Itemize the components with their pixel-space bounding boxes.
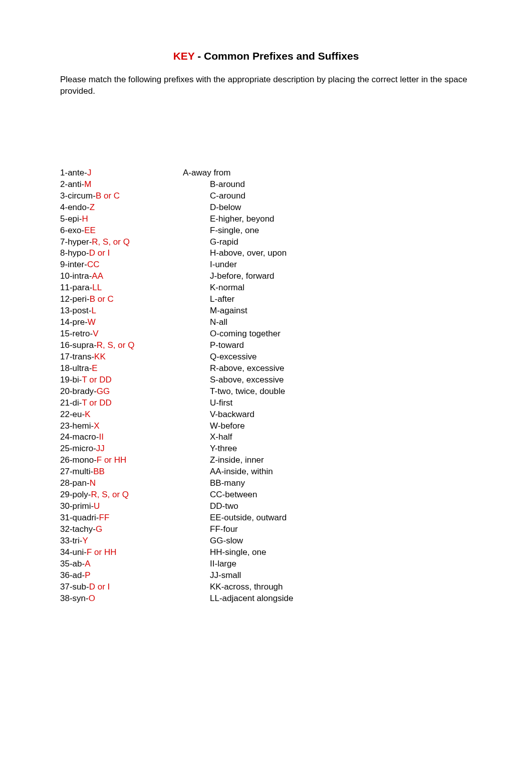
definition-row: H-above, over, upon [210, 248, 472, 259]
definition-text: around [218, 179, 245, 189]
prefix-answer: B or C [96, 191, 120, 201]
prefix-text: macro [73, 432, 96, 442]
prefix-label: 17-trans- [60, 352, 94, 361]
definition-text: coming together [219, 329, 281, 338]
prefix-answer: E [92, 363, 97, 373]
prefix-label: 3-circum- [60, 191, 96, 201]
prefix-text: retro [73, 329, 90, 338]
definition-row: O-coming together [210, 328, 472, 340]
prefix-row: 3-circum-B or C [60, 190, 183, 202]
prefix-text: pre [73, 317, 85, 327]
definition-row: Z-inside, inner [210, 455, 472, 466]
definition-text: half [218, 432, 232, 442]
definition-letter: J [210, 271, 214, 281]
prefix-row: 14-pre-W [60, 317, 183, 328]
definition-text: away from [191, 168, 230, 177]
prefix-number: 3 [60, 191, 65, 201]
prefix-row: 11-para-LL [60, 282, 183, 294]
prefix-label: 16-supra- [60, 340, 97, 350]
prefix-number: 8 [60, 248, 65, 258]
prefix-text: exo [68, 226, 81, 235]
prefix-answer: EE [84, 226, 96, 235]
definition-row: D-below [210, 202, 472, 214]
prefix-row: 29-poly-R, S, or Q [60, 489, 183, 501]
prefix-answer: LL [92, 283, 102, 292]
prefix-number: 4 [60, 203, 65, 212]
definition-row: G-rapid [210, 237, 472, 248]
prefix-answer: A [85, 559, 90, 568]
prefix-row: 21-di-T or DD [60, 398, 183, 409]
prefix-label: 27-multi- [60, 467, 93, 476]
definition-letter: EE [210, 513, 221, 522]
definition-text: two, twice, double [217, 386, 285, 396]
prefix-row: 17-trans-KK [60, 351, 183, 363]
definition-text: before, forward [217, 271, 274, 281]
prefix-answer: H [82, 214, 88, 224]
prefix-text: post [73, 306, 89, 315]
prefix-label: 12-peri- [60, 294, 90, 304]
definition-row: P-toward [210, 340, 472, 351]
definition-letter: T [210, 386, 214, 396]
prefix-number: 16 [60, 340, 70, 350]
prefix-row: 22-eu-K [60, 409, 183, 421]
definition-text: adjacent alongside [222, 594, 294, 603]
prefix-row: 24-macro-II [60, 432, 183, 443]
definition-letter: W [210, 421, 218, 431]
prefix-text: poly [73, 490, 88, 499]
prefix-answer: T or DD [82, 398, 112, 408]
prefix-number: 10 [60, 271, 70, 281]
definition-row: DD-two [210, 501, 472, 512]
definition-letter: R [210, 363, 216, 373]
definition-row: Y-three [210, 443, 472, 455]
definition-row: N-all [210, 317, 472, 328]
definition-text: under [215, 260, 236, 269]
prefix-number: 19 [60, 375, 70, 384]
prefix-label: 5-epi- [60, 214, 82, 224]
prefix-answer: CC [87, 260, 100, 269]
columns: 1-ante-J2-anti-M3-circum-B or C4-endo-Z5… [60, 167, 472, 605]
definition-row: Q-excessive [210, 351, 472, 363]
prefix-answer: FF [99, 513, 110, 522]
definition-letter: KK [210, 582, 221, 592]
prefix-text: endo [68, 203, 87, 212]
prefix-number: 7 [60, 237, 65, 247]
prefix-text: eu [73, 410, 82, 419]
definition-text: many [224, 478, 245, 488]
prefix-row: 25-micro-JJ [60, 443, 183, 455]
page: KEY - Common Prefixes and Suffixes Pleas… [0, 0, 532, 655]
prefix-number: 5 [60, 214, 65, 224]
prefix-row: 8-hypo-D or I [60, 248, 183, 259]
prefix-row: 28-pan-N [60, 478, 183, 489]
definition-row: M-against [210, 305, 472, 317]
prefix-label: 19-bi- [60, 375, 82, 384]
definition-letter: U [210, 398, 216, 408]
definition-text: above, over, upon [219, 248, 287, 258]
definition-letter: II [210, 559, 214, 568]
definition-column: A-away fromB-aroundC-aroundD-belowE-high… [183, 167, 472, 605]
prefix-answer: F or HH [87, 547, 117, 557]
prefix-answer: G [96, 524, 102, 534]
prefix-text: brady [73, 386, 94, 396]
prefix-label: 26-mono- [60, 455, 97, 465]
prefix-number: 2 [60, 179, 65, 189]
definition-text: backward [218, 410, 254, 419]
prefix-row: 16-supra-R, S, or Q [60, 340, 183, 351]
prefix-number: 22 [60, 410, 70, 419]
prefix-number: 31 [60, 513, 70, 522]
definition-text: higher, beyond [218, 214, 275, 224]
prefix-row: 9-inter-CC [60, 259, 183, 271]
page-title: KEY - Common Prefixes and Suffixes [60, 50, 472, 62]
prefix-text: anti [68, 179, 81, 189]
prefix-number: 27 [60, 467, 70, 476]
prefix-label: 10-intra- [60, 271, 92, 281]
prefix-answer: GG [97, 386, 110, 396]
prefix-label: 14-pre- [60, 317, 88, 327]
definition-text: slow [226, 536, 243, 545]
definition-row: A-away from [183, 167, 472, 179]
prefix-answer: R, S, or Q [92, 237, 130, 247]
definition-letter: G [210, 237, 216, 247]
prefix-number: 17 [60, 352, 70, 361]
definition-text: around [219, 191, 245, 201]
prefix-label: 4-endo- [60, 203, 90, 212]
definition-letter: E [210, 214, 215, 224]
